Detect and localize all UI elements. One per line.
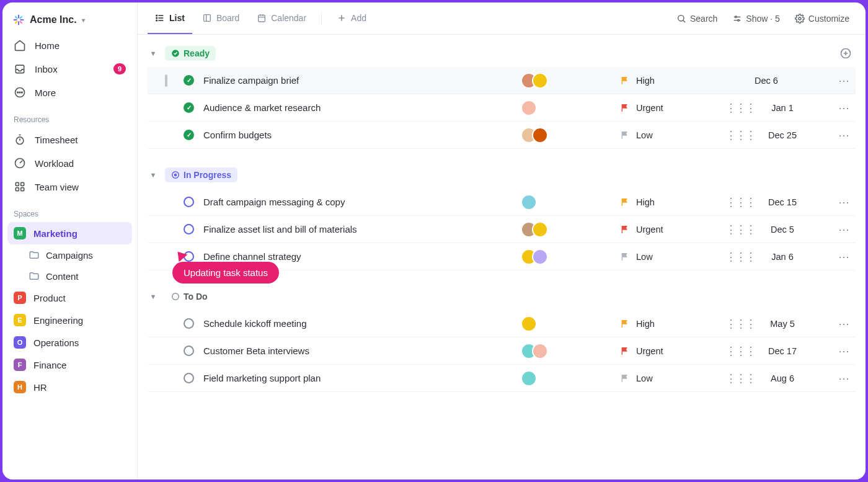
space-item-finance[interactable]: FFinance xyxy=(7,354,132,376)
space-item-product[interactable]: PProduct xyxy=(7,287,132,309)
priority-cell[interactable]: Urgent xyxy=(620,225,725,234)
folder-item[interactable]: Campaigns xyxy=(7,244,132,266)
avatar[interactable] xyxy=(532,343,548,359)
status-circle-icon[interactable] xyxy=(184,102,194,113)
workspace-switcher[interactable]: Acme Inc. ▾ xyxy=(7,7,132,33)
priority-cell[interactable]: High xyxy=(620,76,725,86)
task-row[interactable]: Field marketing support plan Low ⋮⋮⋮ Aug… xyxy=(148,365,856,392)
date-cell[interactable]: ⋮⋮⋮ Dec 25 xyxy=(725,128,831,142)
view-tab-add[interactable]: Add xyxy=(329,2,374,34)
collapse-caret-icon[interactable]: ▼ xyxy=(148,171,159,179)
date-cell[interactable]: ⋮⋮⋮ Dec 17 xyxy=(725,344,831,358)
space-item-hr[interactable]: HHR xyxy=(7,376,132,398)
task-row[interactable]: Finalize campaign brief High Dec 6 ⋯ xyxy=(148,67,856,94)
drag-handle-icon[interactable]: ⋮⋮⋮ xyxy=(725,101,755,115)
avatar[interactable] xyxy=(532,249,548,265)
search-button[interactable]: Search xyxy=(670,10,724,27)
nav-teamview[interactable]: Team view xyxy=(7,175,132,199)
space-item-operations[interactable]: OOperations xyxy=(7,331,132,354)
task-name[interactable]: Define channel strategy xyxy=(203,251,515,262)
task-name[interactable]: Finalize campaign brief xyxy=(203,75,515,86)
priority-cell[interactable]: Urgent xyxy=(620,103,725,113)
task-name[interactable]: Customer Beta interviews xyxy=(203,346,515,356)
task-name[interactable]: Draft campaign messaging & copy xyxy=(203,197,515,207)
date-cell[interactable]: ⋮⋮⋮ Dec 15 xyxy=(725,195,831,209)
task-row[interactable]: Audience & market research Urgent ⋮⋮⋮ Ja… xyxy=(148,94,856,122)
task-row[interactable]: Define channel strategy Low ⋮⋮⋮ Jan 6 ⋯ xyxy=(148,243,856,270)
priority-cell[interactable]: Low xyxy=(620,252,725,262)
avatar[interactable] xyxy=(532,73,548,89)
task-row[interactable]: Confirm budgets Low ⋮⋮⋮ Dec 25 ⋯ xyxy=(148,122,856,149)
priority-cell[interactable]: Low xyxy=(620,373,725,383)
row-more-icon[interactable]: ⋯ xyxy=(831,317,856,331)
row-more-icon[interactable]: ⋯ xyxy=(831,250,856,264)
drag-handle-icon[interactable]: ⋮⋮⋮ xyxy=(725,250,755,264)
status-circle-icon[interactable] xyxy=(184,251,194,262)
task-name[interactable]: Schedule kickoff meeting xyxy=(203,318,515,329)
status-pill[interactable]: In Progress xyxy=(165,167,237,182)
drag-handle-icon[interactable]: ⋮⋮⋮ xyxy=(725,195,755,209)
status-circle-icon[interactable] xyxy=(184,197,194,207)
row-more-icon[interactable]: ⋯ xyxy=(831,195,856,209)
status-circle-icon[interactable] xyxy=(184,346,194,356)
space-item-marketing[interactable]: MMarketing xyxy=(7,222,132,244)
drag-handle-icon[interactable]: ⋮⋮⋮ xyxy=(725,344,755,358)
drag-handle-icon[interactable]: ⋮⋮⋮ xyxy=(725,372,755,385)
nav-more[interactable]: More xyxy=(7,81,132,104)
view-tab-calendar[interactable]: Calendar xyxy=(249,2,314,34)
date-cell[interactable]: ⋮⋮⋮ May 5 xyxy=(725,317,831,331)
nav-timesheet[interactable]: Timesheet xyxy=(7,128,132,151)
customize-button[interactable]: Customize xyxy=(789,10,856,27)
date-cell[interactable]: Dec 6 xyxy=(725,76,831,86)
nav-workload[interactable]: Workload xyxy=(7,151,132,175)
nav-inbox[interactable]: Inbox 9 xyxy=(7,57,132,81)
drag-handle-icon[interactable]: ⋮⋮⋮ xyxy=(725,317,755,331)
priority-cell[interactable]: Low xyxy=(620,130,725,140)
assignees[interactable] xyxy=(515,73,620,89)
status-circle-icon[interactable] xyxy=(184,75,194,86)
status-circle-icon[interactable] xyxy=(184,373,194,383)
priority-cell[interactable]: High xyxy=(620,319,725,329)
assignees[interactable] xyxy=(515,249,620,265)
avatar[interactable] xyxy=(521,370,537,386)
avatar[interactable] xyxy=(532,221,548,238)
task-checkbox[interactable] xyxy=(165,74,167,87)
assignees[interactable] xyxy=(515,343,620,359)
assignees[interactable] xyxy=(515,370,620,386)
status-pill[interactable]: Ready xyxy=(165,46,216,61)
task-row[interactable]: Schedule kickoff meeting High ⋮⋮⋮ May 5 … xyxy=(148,310,856,337)
date-cell[interactable]: ⋮⋮⋮ Jan 1 xyxy=(725,101,831,115)
collapse-caret-icon[interactable]: ▼ xyxy=(148,50,159,57)
view-tab-list[interactable]: List xyxy=(148,2,192,34)
assignees[interactable] xyxy=(515,127,620,143)
row-more-icon[interactable]: ⋯ xyxy=(831,223,856,236)
priority-cell[interactable]: High xyxy=(620,197,725,207)
nav-home[interactable]: Home xyxy=(7,33,132,57)
task-name[interactable]: Confirm budgets xyxy=(203,130,515,140)
assignees[interactable] xyxy=(515,316,620,332)
task-name[interactable]: Finalize asset list and bill of material… xyxy=(203,224,515,234)
status-circle-icon[interactable] xyxy=(184,130,194,140)
assignees[interactable] xyxy=(515,100,620,116)
status-pill[interactable]: To Do xyxy=(165,289,214,304)
status-circle-icon[interactable] xyxy=(184,318,194,329)
task-name[interactable]: Field marketing support plan xyxy=(203,373,515,383)
row-more-icon[interactable]: ⋯ xyxy=(831,128,856,142)
assignees[interactable] xyxy=(515,221,620,238)
space-item-engineering[interactable]: EEngineering xyxy=(7,309,132,331)
row-more-icon[interactable]: ⋯ xyxy=(831,74,856,87)
view-tab-board[interactable]: Board xyxy=(195,2,247,34)
date-cell[interactable]: ⋮⋮⋮ Dec 5 xyxy=(725,223,831,236)
task-row[interactable]: Draft campaign messaging & copy High ⋮⋮⋮… xyxy=(148,189,856,216)
assignees[interactable] xyxy=(515,194,620,210)
drag-handle-icon[interactable]: ⋮⋮⋮ xyxy=(725,223,755,236)
date-cell[interactable]: ⋮⋮⋮ Aug 6 xyxy=(725,372,831,385)
drag-handle-icon[interactable]: ⋮⋮⋮ xyxy=(725,128,755,142)
row-more-icon[interactable]: ⋯ xyxy=(831,101,856,115)
add-task-icon[interactable] xyxy=(839,47,856,60)
avatar[interactable] xyxy=(521,100,537,116)
date-cell[interactable]: ⋮⋮⋮ Jan 6 xyxy=(725,250,831,264)
folder-item[interactable]: Content xyxy=(7,266,132,287)
avatar[interactable] xyxy=(532,127,548,143)
show-button[interactable]: Show · 5 xyxy=(726,10,786,27)
